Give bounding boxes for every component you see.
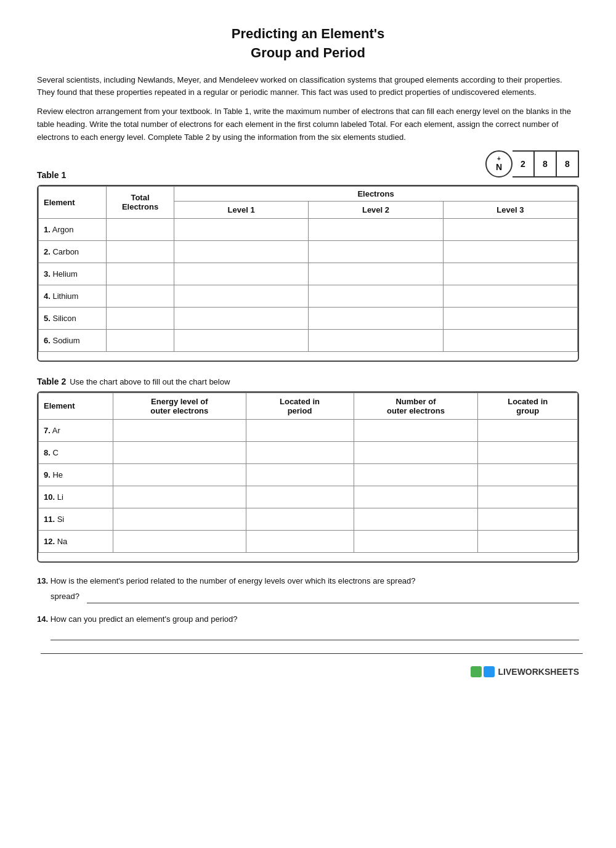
col-total: Total Electrons xyxy=(107,186,174,218)
nucleus-circle: + N xyxy=(485,150,513,177)
table1-row: 2. Carbon xyxy=(39,240,578,263)
t1-level2-cell[interactable] xyxy=(309,218,443,240)
sector2: 8 xyxy=(535,150,557,177)
t2-element-cell: 9. He xyxy=(39,463,113,486)
table2-row: 10. Li xyxy=(39,486,578,508)
t2-energy-cell[interactable] xyxy=(113,419,246,441)
table2-row: 7. Ar xyxy=(39,419,578,441)
lw-blue-square xyxy=(484,666,495,677)
q14-answer-line2[interactable] xyxy=(41,643,583,654)
t1-level1-cell[interactable] xyxy=(174,263,309,285)
t1-level2-cell[interactable] xyxy=(309,329,443,351)
table1-content: Element Total Electrons Electrons Level … xyxy=(38,186,578,352)
t2-outer-cell[interactable] xyxy=(354,486,478,508)
t1-total-cell[interactable] xyxy=(107,285,174,307)
t2-col-outer: Number of outer electrons xyxy=(354,393,478,419)
col-electrons-header: Electrons xyxy=(174,186,578,201)
table2-label: Table 2 xyxy=(37,377,66,386)
table1-row: 6. Sodium xyxy=(39,329,578,351)
t2-outer-cell[interactable] xyxy=(354,441,478,463)
t2-period-cell[interactable] xyxy=(246,486,354,508)
t1-total-cell[interactable] xyxy=(107,218,174,240)
page-title: Predicting an Element's Group and Period xyxy=(37,25,579,63)
t2-energy-cell[interactable] xyxy=(113,441,246,463)
t1-total-cell[interactable] xyxy=(107,240,174,263)
t2-col-element: Element xyxy=(39,393,113,419)
table1-row: 4. Lithium xyxy=(39,285,578,307)
t1-level3-cell[interactable] xyxy=(443,307,577,329)
t1-level3-cell[interactable] xyxy=(443,285,577,307)
t2-period-cell[interactable] xyxy=(246,441,354,463)
t1-level2-cell[interactable] xyxy=(309,263,443,285)
t2-period-cell[interactable] xyxy=(246,508,354,530)
liveworksheets-footer: LIVEWORKSHEETS xyxy=(37,666,579,677)
t2-col-period: Located in period xyxy=(246,393,354,419)
t1-level1-cell[interactable] xyxy=(174,307,309,329)
table1-row: 5. Silicon xyxy=(39,307,578,329)
table2-row: 8. C xyxy=(39,441,578,463)
t1-level1-cell[interactable] xyxy=(174,285,309,307)
q14-answer-line1[interactable] xyxy=(51,629,579,640)
t2-group-cell[interactable] xyxy=(478,508,578,530)
t2-outer-cell[interactable] xyxy=(354,463,478,486)
t1-total-cell[interactable] xyxy=(107,307,174,329)
table2-row: 9. He xyxy=(39,463,578,486)
t2-outer-cell[interactable] xyxy=(354,419,478,441)
t1-element-cell: 1. Argon xyxy=(39,218,107,240)
t1-element-cell: 4. Lithium xyxy=(39,285,107,307)
t2-group-cell[interactable] xyxy=(478,530,578,552)
t2-energy-cell[interactable] xyxy=(113,463,246,486)
t2-element-cell: 7. Ar xyxy=(39,419,113,441)
t2-group-cell[interactable] xyxy=(478,463,578,486)
t1-level1-cell[interactable] xyxy=(174,240,309,263)
t2-element-cell: 8. C xyxy=(39,441,113,463)
t2-group-cell[interactable] xyxy=(478,441,578,463)
t2-element-cell: 11. Si xyxy=(39,508,113,530)
q13-answer-line1[interactable] xyxy=(87,592,579,603)
t1-level3-cell[interactable] xyxy=(443,329,577,351)
t2-energy-cell[interactable] xyxy=(113,508,246,530)
col-level1: Level 1 xyxy=(174,201,309,218)
sector3: 8 xyxy=(557,150,579,177)
sector1: 2 xyxy=(513,150,535,177)
t2-outer-cell[interactable] xyxy=(354,530,478,552)
t1-level3-cell[interactable] xyxy=(443,218,577,240)
t2-period-cell[interactable] xyxy=(246,530,354,552)
question-13: 13. How is the element's period related … xyxy=(37,574,579,604)
t1-level2-cell[interactable] xyxy=(309,285,443,307)
t1-level1-cell[interactable] xyxy=(174,329,309,351)
t1-element-cell: 2. Carbon xyxy=(39,240,107,263)
t1-element-cell: 3. Helium xyxy=(39,263,107,285)
t1-total-cell[interactable] xyxy=(107,263,174,285)
t2-period-cell[interactable] xyxy=(246,419,354,441)
t2-col-group: Located in group xyxy=(478,393,578,419)
lw-green-square xyxy=(471,666,482,677)
t1-level3-cell[interactable] xyxy=(443,240,577,263)
t1-level1-cell[interactable] xyxy=(174,218,309,240)
t1-total-cell[interactable] xyxy=(107,329,174,351)
t2-period-cell[interactable] xyxy=(246,463,354,486)
t2-group-cell[interactable] xyxy=(478,419,578,441)
table2: Element Energy level of outer electrons … xyxy=(37,391,579,563)
t1-level2-cell[interactable] xyxy=(309,240,443,263)
t1-element-cell: 6. Sodium xyxy=(39,329,107,351)
t2-outer-cell[interactable] xyxy=(354,508,478,530)
question-14: 14. How can you predict an element's gro… xyxy=(37,612,579,653)
col-element: Element xyxy=(39,186,107,218)
table1: Element Total Electrons Electrons Level … xyxy=(37,185,579,362)
intro-para2: Review electron arrangement from your te… xyxy=(37,105,579,144)
col-level2: Level 2 xyxy=(309,201,443,218)
t1-level3-cell[interactable] xyxy=(443,263,577,285)
t2-group-cell[interactable] xyxy=(478,486,578,508)
t2-energy-cell[interactable] xyxy=(113,486,246,508)
t1-level2-cell[interactable] xyxy=(309,307,443,329)
intro-para1: Several scientists, including Newlands, … xyxy=(37,74,579,100)
t2-element-cell: 12. Na xyxy=(39,530,113,552)
t1-element-cell: 5. Silicon xyxy=(39,307,107,329)
table2-instruction: Use the chart above to fill out the char… xyxy=(70,377,230,386)
t2-energy-cell[interactable] xyxy=(113,530,246,552)
table2-row: 12. Na xyxy=(39,530,578,552)
col-level3: Level 3 xyxy=(443,201,577,218)
table2-row: 11. Si xyxy=(39,508,578,530)
questions-section: 13. How is the element's period related … xyxy=(37,574,579,654)
